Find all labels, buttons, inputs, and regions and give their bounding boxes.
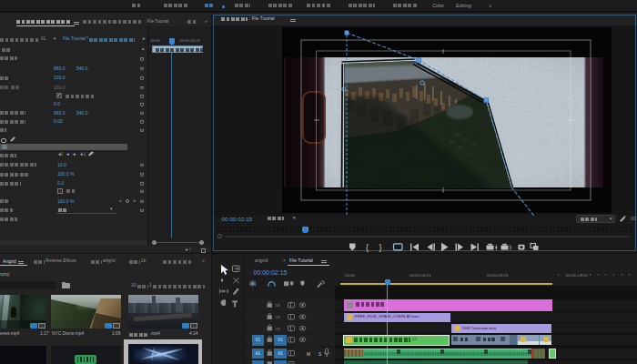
svg-text:V2: V2 [276, 327, 281, 331]
svg-text:M: M [307, 352, 310, 357]
svg-text:T: T [233, 299, 238, 308]
svg-text:S: S [318, 352, 321, 357]
svg-text:{: { [366, 243, 369, 252]
svg-text:}: } [379, 243, 382, 252]
svg-text:V4: V4 [276, 303, 281, 308]
svg-text:V3: V3 [276, 315, 281, 319]
